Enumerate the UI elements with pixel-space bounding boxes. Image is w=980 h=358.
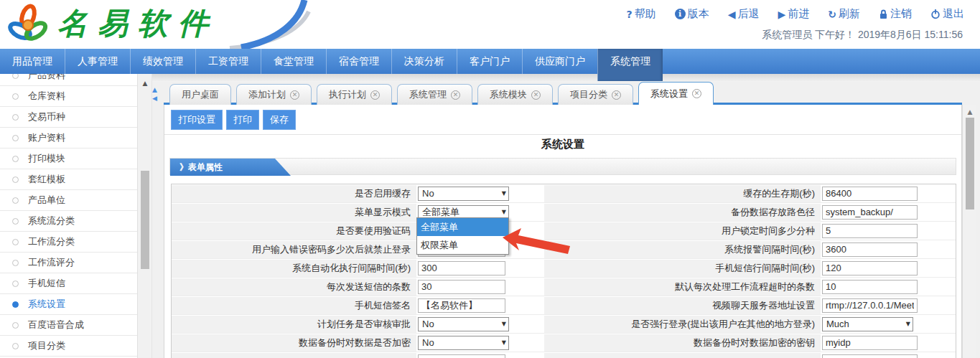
tab-执行计划[interactable]: 执行计划✕ <box>317 84 392 105</box>
tab-系统模块[interactable]: 系统模块✕ <box>477 84 553 105</box>
form-select[interactable]: No▼ <box>418 317 509 331</box>
sidebar-scroll-up-icon[interactable]: ▲ <box>138 80 152 87</box>
form-control-cell <box>821 187 956 201</box>
sidebar-item-系统设置[interactable]: 系统设置 <box>0 294 137 315</box>
sidebar-item-账户资料[interactable]: 账户资料 <box>0 128 137 149</box>
form-control-cell <box>416 354 544 358</box>
sidebar-item-工作流分类[interactable]: 工作流分类 <box>0 232 137 253</box>
print-settings-button[interactable]: 打印设置 <box>171 110 223 130</box>
tab-close-icon[interactable]: ✕ <box>692 89 701 98</box>
nav-item-食堂管理[interactable]: 食堂管理 <box>261 49 326 74</box>
form-input[interactable] <box>418 280 505 294</box>
form-input[interactable] <box>418 261 505 275</box>
form-control-cell: Much▼ <box>821 317 956 331</box>
form-input[interactable] <box>822 242 918 257</box>
sidebar-item-项目分类[interactable]: 项目分类 <box>0 336 137 357</box>
main-scrollbar-thumb[interactable] <box>966 118 974 209</box>
select-value: Much <box>826 319 849 329</box>
form-label: 手机短信行间隔时间(秒) <box>544 260 821 277</box>
sidebar-item-产品资料[interactable]: 产品资料 <box>0 74 137 86</box>
header-link-帮助[interactable]: ?帮助 <box>627 7 656 21</box>
tab-close-icon[interactable]: ✕ <box>290 90 299 100</box>
sidebar-item-打印模块[interactable]: 打印模块 <box>0 149 137 169</box>
header-link-注销[interactable]: 注销 <box>879 7 912 21</box>
tab-close-icon[interactable]: ✕ <box>531 90 541 100</box>
form-input[interactable] <box>822 354 918 358</box>
panel-collapse-left-icon[interactable]: ◀ <box>152 95 161 102</box>
header-link-刷新[interactable]: ↻刷新 <box>828 7 860 21</box>
form-input[interactable] <box>822 336 918 350</box>
section-header-tab[interactable]: 》表单属性 <box>170 159 291 176</box>
tab-label: 用户桌面 <box>182 88 219 101</box>
form-select[interactable]: Much▼ <box>822 317 913 331</box>
dropdown-option-全部菜单[interactable]: 全部菜单 <box>417 218 508 236</box>
tab-close-icon[interactable]: ✕ <box>612 90 621 100</box>
sidebar-item-label: 系统流分类 <box>28 215 75 227</box>
form-label <box>544 353 821 358</box>
sidebar-item-工作流评分[interactable]: 工作流评分 <box>0 253 137 273</box>
sidebar-item-label: 系统设置 <box>28 298 65 311</box>
nav-item-工资管理[interactable]: 工资管理 <box>195 49 261 74</box>
panel-collapse-up-icon[interactable]: ▲ <box>152 86 161 93</box>
header-link-版本[interactable]: i版本 <box>675 7 709 21</box>
nav-item-用品管理[interactable]: 用品管理 <box>0 49 65 74</box>
nav-item-决策分析[interactable]: 决策分析 <box>391 49 457 74</box>
sidebar-item-仓库资料[interactable]: 仓库资料 <box>0 86 137 107</box>
tab-close-icon[interactable]: ✕ <box>451 90 460 100</box>
sidebar-item-手机短信[interactable]: 手机短信 <box>0 273 137 294</box>
sidebar-item-产品单位[interactable]: 产品单位 <box>0 190 137 211</box>
radio-icon <box>12 135 19 141</box>
nav-item-客户门户[interactable]: 客户门户 <box>457 49 522 74</box>
sidebar: 产品资料仓库资料交易币种账户资料打印模块套红模板产品单位系统流分类工作流分类工作… <box>0 74 138 358</box>
sidebar-scrollbar-thumb[interactable] <box>141 171 149 269</box>
form-input[interactable] <box>822 298 918 313</box>
print-button[interactable]: 打印 <box>226 110 259 130</box>
sidebar-item-套红模板[interactable]: 套红模板 <box>0 169 137 190</box>
form-label: 数据备份时对数据加密的密钥 <box>544 334 821 352</box>
nav-item-宿舍管理[interactable]: 宿舍管理 <box>326 49 391 74</box>
nav-item-供应商门户[interactable]: 供应商门户 <box>522 49 597 74</box>
tab-添加计划[interactable]: 添加计划✕ <box>236 84 312 105</box>
form-label: 系统报警间隔时间(秒) <box>544 241 821 258</box>
header-links: ?帮助i版本◀后退▶前进↻刷新注销退出 <box>627 7 964 21</box>
tab-系统设置[interactable]: 系统设置✕ <box>638 82 714 105</box>
sidebar-scrollbar[interactable]: ▲ <box>138 74 152 358</box>
lock-icon <box>879 9 888 19</box>
form-input[interactable] <box>822 187 918 201</box>
form-input[interactable] <box>822 224 918 238</box>
header-link-前进[interactable]: ▶前进 <box>778 7 809 21</box>
radio-icon <box>12 322 19 329</box>
form-select[interactable]: No▼ <box>418 187 509 201</box>
form-label: 备份数据存放路色径 <box>544 204 821 221</box>
header-link-退出[interactable]: 退出 <box>930 7 964 21</box>
nav-item-绩效管理[interactable]: 绩效管理 <box>130 49 195 74</box>
header-link-label: 退出 <box>943 7 964 21</box>
save-button[interactable]: 保存 <box>263 110 296 130</box>
main-scrollbar[interactable]: ▲ <box>962 105 976 358</box>
nav-collapse-button[interactable]: ⌃ <box>965 4 974 17</box>
header-link-label: 刷新 <box>839 7 860 21</box>
sidebar-item-交易币种[interactable]: 交易币种 <box>0 107 137 128</box>
tab-close-icon[interactable]: ✕ <box>370 90 380 100</box>
nav-item-人事管理[interactable]: 人事管理 <box>65 49 130 74</box>
form-input[interactable] <box>822 261 918 275</box>
tab-系统管理[interactable]: 系统管理✕ <box>397 84 472 105</box>
main-scroll-up-icon[interactable]: ▲ <box>963 108 977 116</box>
app-window: 名易软件 ?帮助i版本◀后退▶前进↻刷新注销退出 系统管理员 下午好！ 2019… <box>0 0 980 358</box>
sidebar-item-百度语音合成[interactable]: 百度语音合成 <box>0 315 137 336</box>
section-title: 表单属性 <box>188 162 223 172</box>
select-value: No <box>422 319 434 329</box>
tab-项目分类[interactable]: 项目分类✕ <box>558 84 633 105</box>
form-input[interactable] <box>418 354 505 358</box>
form-select[interactable]: No▼ <box>418 336 509 350</box>
header-link-后退[interactable]: ◀后退 <box>728 7 760 21</box>
sidebar-item-系统流分类[interactable]: 系统流分类 <box>0 211 137 232</box>
form-input[interactable] <box>822 205 918 220</box>
form-input[interactable] <box>418 298 505 313</box>
dropdown-option-权限菜单[interactable]: 权限菜单 <box>417 236 508 254</box>
nav-item-系统管理[interactable]: 系统管理 <box>597 49 663 81</box>
tab-用户桌面[interactable]: 用户桌面 <box>169 84 231 105</box>
tab-label: 添加计划 <box>248 88 286 101</box>
form-input[interactable] <box>822 280 918 294</box>
header-wave-decoration <box>228 0 322 49</box>
